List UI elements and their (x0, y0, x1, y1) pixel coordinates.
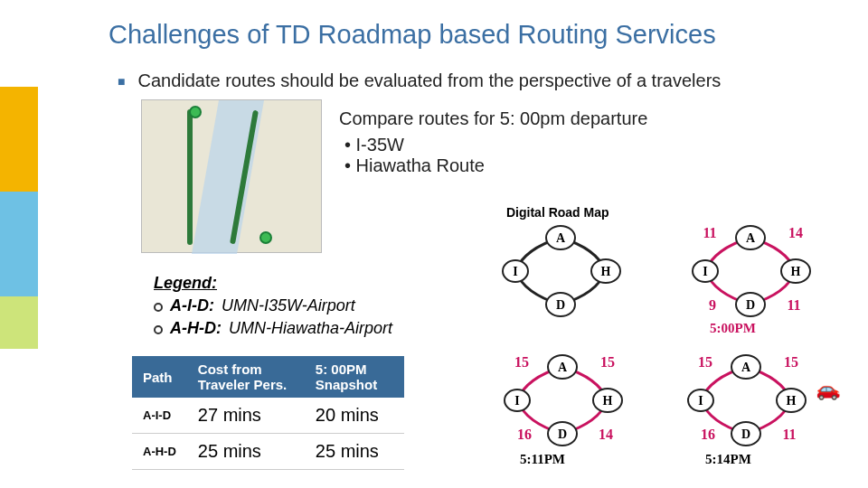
w-hd: 11 (787, 297, 800, 313)
bullet-icon: ■ (118, 74, 125, 89)
w-ah: 15 (600, 354, 615, 370)
th-path: Path (132, 356, 187, 398)
node-i: I (703, 265, 707, 278)
w-ah: 15 (784, 354, 798, 370)
th-snap: 5: 00PM Snapshot (305, 356, 404, 398)
digital-road-map-label: Digital Road Map (506, 205, 609, 220)
node-h: H (791, 265, 801, 278)
compare-item-1: Hiawatha Route (339, 155, 647, 176)
th-cost: Cost from Traveler Pers. (187, 356, 305, 398)
graph-digital-road-map: A I H D (488, 221, 633, 321)
graph-514pm: A I H D 15 15 16 11 (665, 351, 809, 450)
node-h: H (603, 394, 613, 408)
node-i: I (513, 265, 517, 278)
node-d: D (556, 298, 565, 312)
node-d: D (741, 427, 750, 441)
w-id: 9 (709, 297, 716, 313)
legend-row-0: A-I-D: UMN-I35W-Airport (154, 296, 392, 315)
compare-block: Compare routes for 5: 00pm departure I-3… (339, 108, 647, 176)
legend-val-0: UMN-I35W-Airport (222, 296, 355, 315)
car-icon: 🚗 (816, 378, 841, 401)
node-a: A (558, 361, 568, 374)
node-d: D (558, 427, 567, 441)
w-ai: 15 (698, 354, 712, 370)
node-d: D (746, 298, 755, 312)
table-row: A-I-D 27 mins 20 mins (132, 398, 404, 434)
node-i: I (698, 394, 703, 408)
w-id: 16 (517, 427, 532, 442)
w-hd: 14 (599, 427, 613, 442)
node-a: A (556, 231, 566, 245)
table-header-row: Path Cost from Traveler Pers. 5: 00PM Sn… (132, 356, 404, 398)
w-ai: 15 (514, 354, 529, 370)
bullet-circle-icon (154, 325, 163, 334)
node-i: I (514, 394, 519, 408)
bullet-main: ■ Candidate routes should be evaluated f… (118, 70, 721, 91)
node-h: H (601, 265, 611, 278)
node-a: A (741, 361, 751, 374)
w-hd: 11 (782, 427, 796, 442)
slide-title: Challenges of TD Roadmap based Routing S… (108, 20, 716, 50)
cell-snap-0: 20 mins (305, 398, 404, 434)
caption-511pm: 5:11PM (520, 452, 565, 467)
map-thumbnail (141, 99, 322, 253)
compare-heading: Compare routes for 5: 00pm departure (339, 108, 647, 129)
cell-path-0: A-I-D (132, 398, 187, 434)
legend-row-1: A-H-D: UMN-Hiawatha-Airport (154, 319, 392, 338)
node-h: H (787, 394, 797, 408)
cell-cost-1: 25 mins (187, 434, 305, 470)
legend-key-1: A-H-D: (170, 319, 222, 338)
cell-cost-0: 27 mins (187, 398, 305, 434)
cell-snap-1: 25 mins (305, 434, 404, 470)
legend-block: Legend: A-I-D: UMN-I35W-Airport A-H-D: U… (154, 274, 392, 338)
caption-500pm: 5:00PM (710, 321, 756, 336)
graph-511pm: A I H D 15 15 16 14 (481, 351, 626, 450)
node-a: A (746, 231, 756, 245)
w-ai: 11 (703, 225, 716, 240)
cell-path-1: A-H-D (132, 434, 187, 470)
table-row: A-H-D 25 mins 25 mins (132, 434, 404, 470)
bullet-text: Candidate routes should be evaluated fro… (137, 70, 721, 91)
graph-500pm: A I H D 11 14 9 11 (669, 221, 814, 321)
compare-item-0: I-35W (339, 135, 647, 155)
w-id: 16 (701, 427, 715, 442)
w-ah: 14 (788, 225, 803, 240)
caption-514pm: 5:14PM (705, 452, 751, 467)
accent-stripe (0, 87, 38, 349)
legend-title: Legend: (154, 274, 392, 293)
cost-table: Path Cost from Traveler Pers. 5: 00PM Sn… (132, 356, 404, 470)
legend-key-0: A-I-D: (170, 296, 214, 315)
legend-val-1: UMN-Hiawatha-Airport (229, 319, 392, 338)
bullet-circle-icon (154, 303, 163, 312)
